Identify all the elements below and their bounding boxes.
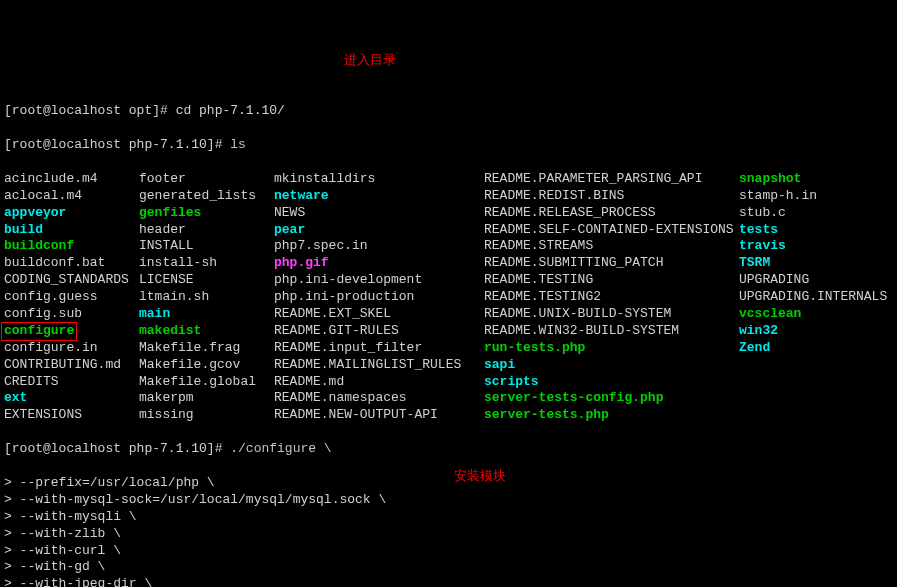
ls-file: README.STREAMS xyxy=(484,238,739,255)
ls-row: CONTRIBUTING.mdMakefile.gcovREADME.MAILI… xyxy=(4,357,893,374)
configure-args: > --prefix=/usr/local/php \> --with-mysq… xyxy=(4,475,893,587)
ls-file: stub.c xyxy=(739,205,786,222)
ls-file: README.EXT_SKEL xyxy=(274,306,484,323)
ls-file: README.GIT-RULES xyxy=(274,323,484,340)
ls-file: netware xyxy=(274,188,484,205)
ls-file: server-tests-config.php xyxy=(484,390,739,407)
ls-row: buildconf.batinstall-shphp.gifREADME.SUB… xyxy=(4,255,893,272)
ls-row: config.guessltmain.shphp.ini-productionR… xyxy=(4,289,893,306)
ls-file: win32 xyxy=(739,323,778,340)
ls-file: generated_lists xyxy=(139,188,274,205)
ls-file: TSRM xyxy=(739,255,770,272)
ls-file: ext xyxy=(4,390,139,407)
ls-file: Makefile.global xyxy=(139,374,274,391)
ls-file: install-sh xyxy=(139,255,274,272)
ls-row: aclocal.m4generated_listsnetwareREADME.R… xyxy=(4,188,893,205)
ls-row: CREDITSMakefile.globalREADME.mdscripts xyxy=(4,374,893,391)
ls-file: snapshot xyxy=(739,171,801,188)
ls-file: pear xyxy=(274,222,484,239)
ls-file: build xyxy=(4,222,139,239)
ls-file: makedist xyxy=(139,323,274,340)
ls-file: buildconf xyxy=(4,238,139,255)
ls-file: UPGRADING xyxy=(739,272,809,289)
ls-file: README.REDIST.BINS xyxy=(484,188,739,205)
ls-file: appveyor xyxy=(4,205,139,222)
configure-arg-line: > --with-jpeg-dir \ xyxy=(4,576,893,587)
ls-file: acinclude.m4 xyxy=(4,171,139,188)
ls-file: makerpm xyxy=(139,390,274,407)
ls-file: Zend xyxy=(739,340,770,357)
ls-output: acinclude.m4footermkinstalldirsREADME.PA… xyxy=(4,171,893,424)
ls-file: header xyxy=(139,222,274,239)
ls-file: config.sub xyxy=(4,306,139,323)
configure-arg-line: > --prefix=/usr/local/php \ xyxy=(4,475,893,492)
ls-row: acinclude.m4footermkinstalldirsREADME.PA… xyxy=(4,171,893,188)
annotation-install-module: 安装模块 xyxy=(454,469,506,486)
ls-file: README.NEW-OUTPUT-API xyxy=(274,407,484,424)
configure-arg-line: > --with-mysql-sock=/usr/local/mysql/mys… xyxy=(4,492,893,509)
configure-arg-line: > --with-curl \ xyxy=(4,543,893,560)
ls-file: README.TESTING xyxy=(484,272,739,289)
ls-file: CONTRIBUTING.md xyxy=(4,357,139,374)
ls-file: sapi xyxy=(484,357,739,374)
ls-file: INSTALL xyxy=(139,238,274,255)
ls-file: ltmain.sh xyxy=(139,289,274,306)
ls-file: main xyxy=(139,306,274,323)
ls-file: configure xyxy=(4,323,139,340)
ls-file: README.SELF-CONTAINED-EXTENSIONS xyxy=(484,222,739,239)
prompt-line-ls-prompt: [root@localhost php-7.1.10]# xyxy=(4,137,230,152)
ls-file: buildconf.bat xyxy=(4,255,139,272)
ls-file: README.WIN32-BUILD-SYSTEM xyxy=(484,323,739,340)
ls-file: tests xyxy=(739,222,778,239)
configure-arg-line: > --with-zlib \ xyxy=(4,526,893,543)
ls-file: README.RELEASE_PROCESS xyxy=(484,205,739,222)
ls-file: LICENSE xyxy=(139,272,274,289)
ls-row: configuremakedistREADME.GIT-RULESREADME.… xyxy=(4,323,893,340)
highlighted-file: configure xyxy=(1,322,77,341)
prompt-configure-prompt: [root@localhost php-7.1.10]# xyxy=(4,441,230,456)
ls-file: README.PARAMETER_PARSING_API xyxy=(484,171,739,188)
ls-file: Makefile.frag xyxy=(139,340,274,357)
ls-file: NEWS xyxy=(274,205,484,222)
ls-file: php.gif xyxy=(274,255,484,272)
ls-file: travis xyxy=(739,238,786,255)
ls-file: README.TESTING2 xyxy=(484,289,739,306)
ls-row: configure.inMakefile.fragREADME.input_fi… xyxy=(4,340,893,357)
ls-file: README.input_filter xyxy=(274,340,484,357)
ls-file: php.ini-production xyxy=(274,289,484,306)
ls-file: missing xyxy=(139,407,274,424)
ls-file: UPGRADING.INTERNALS xyxy=(739,289,887,306)
ls-file: stamp-h.in xyxy=(739,188,817,205)
ls-file: php7.spec.in xyxy=(274,238,484,255)
ls-row: buildheaderpearREADME.SELF-CONTAINED-EXT… xyxy=(4,222,893,239)
ls-row: EXTENSIONSmissingREADME.NEW-OUTPUT-APIse… xyxy=(4,407,893,424)
ls-file: scripts xyxy=(484,374,739,391)
ls-row: config.submainREADME.EXT_SKELREADME.UNIX… xyxy=(4,306,893,323)
prompt-line-cd: [root@localhost opt]# cd php-7.1.10/ xyxy=(4,103,285,118)
configure-arg-line: > --with-mysqli \ xyxy=(4,509,893,526)
ls-file: genfiles xyxy=(139,205,274,222)
configure-arg-line: > --with-gd \ xyxy=(4,559,893,576)
ls-file: run-tests.php xyxy=(484,340,739,357)
ls-file: Makefile.gcov xyxy=(139,357,274,374)
ls-file: mkinstalldirs xyxy=(274,171,484,188)
ls-file: README.md xyxy=(274,374,484,391)
ls-file: vcsclean xyxy=(739,306,801,323)
ls-file: EXTENSIONS xyxy=(4,407,139,424)
ls-file: footer xyxy=(139,171,274,188)
ls-file: README.MAILINGLIST_RULES xyxy=(274,357,484,374)
annotation-enter-dir: 进入目录 xyxy=(344,53,396,70)
ls-file: aclocal.m4 xyxy=(4,188,139,205)
ls-row: CODING_STANDARDSLICENSEphp.ini-developme… xyxy=(4,272,893,289)
prompt-configure-cmd: ./configure \ xyxy=(230,441,331,456)
ls-row: buildconfINSTALLphp7.spec.inREADME.STREA… xyxy=(4,238,893,255)
terminal-window[interactable]: 进入目录 安装模块 [root@localhost opt]# cd php-7… xyxy=(4,53,893,587)
ls-file: php.ini-development xyxy=(274,272,484,289)
prompt-line-ls-cmd: ls xyxy=(230,137,246,152)
ls-file: CREDITS xyxy=(4,374,139,391)
ls-file: README.SUBMITTING_PATCH xyxy=(484,255,739,272)
ls-file: server-tests.php xyxy=(484,407,739,424)
ls-row: appveyorgenfilesNEWSREADME.RELEASE_PROCE… xyxy=(4,205,893,222)
ls-file: configure.in xyxy=(4,340,139,357)
ls-file: README.UNIX-BUILD-SYSTEM xyxy=(484,306,739,323)
